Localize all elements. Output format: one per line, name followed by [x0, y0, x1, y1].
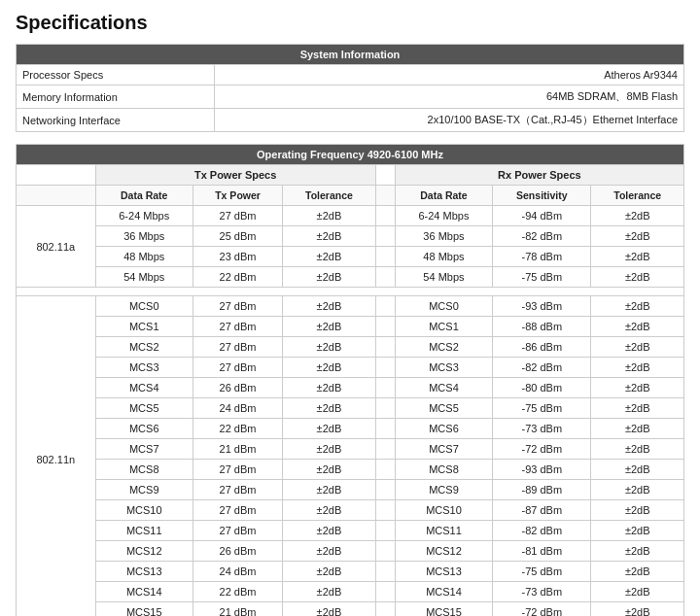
tx-tolerance: ±2dB — [283, 267, 376, 288]
freq-data-row: MCS12 26 dBm ±2dB MCS12 -81 dBm ±2dB — [17, 541, 684, 562]
rx-tolerance: ±2dB — [591, 419, 684, 439]
tx-rate: MCS7 — [95, 439, 192, 460]
tx-power: 25 dBm — [192, 226, 282, 247]
rx-sensitivity: -72 dBm — [493, 602, 591, 617]
system-info-row: Networking Interface 2x10/100 BASE-TX（Ca… — [17, 109, 684, 132]
divider-col — [375, 226, 395, 247]
tx-power: 24 dBm — [192, 398, 282, 419]
rx-sensitivity: -81 dBm — [493, 541, 591, 562]
rx-sensitivity: -86 dBm — [493, 337, 591, 358]
divider-col — [375, 602, 395, 617]
rx-power-header: Rx Power Specs — [395, 165, 683, 186]
rx-sensitivity: -80 dBm — [493, 378, 591, 398]
tx-power: 27 dBm — [192, 460, 282, 480]
tx-power: 21 dBm — [192, 602, 282, 617]
tx-power: 22 dBm — [192, 267, 282, 288]
freq-data-row: 36 Mbps 25 dBm ±2dB 36 Mbps -82 dBm ±2dB — [17, 226, 684, 247]
rx-tolerance: ±2dB — [591, 582, 684, 602]
rx-rate: MCS14 — [395, 582, 492, 602]
tx-rate: MCS0 — [95, 296, 192, 317]
tx-rate: 48 Mbps — [95, 247, 192, 267]
tx-tolerance: ±2dB — [283, 500, 376, 521]
tx-tolerance: ±2dB — [283, 480, 376, 500]
system-info-table: System Information Processor Specs Ather… — [16, 44, 684, 132]
tx-rate: MCS8 — [95, 460, 192, 480]
tx-tolerance: ±2dB — [283, 541, 376, 562]
rx-sensitivity: -75 dBm — [493, 267, 591, 288]
system-info-header: System Information — [17, 45, 684, 65]
system-info-label: Memory Information — [17, 86, 215, 109]
divider-col — [375, 439, 395, 460]
divider-col — [375, 358, 395, 378]
tx-tolerance: ±2dB — [283, 247, 376, 267]
rx-rate: MCS12 — [395, 541, 492, 562]
freq-data-row: MCS13 24 dBm ±2dB MCS13 -75 dBm ±2dB — [17, 562, 684, 582]
system-info-row: Processor Specs Atheros Ar9344 — [17, 65, 684, 86]
tx-tolerance: ±2dB — [283, 296, 376, 317]
tx-tolerance: ±2dB — [283, 378, 376, 398]
divider-col — [375, 500, 395, 521]
divider-col — [375, 460, 395, 480]
operating-freq-header: Operating Frequency 4920-6100 MHz — [17, 145, 684, 165]
rx-rate: MCS11 — [395, 521, 492, 541]
rx-rate: MCS5 — [395, 398, 492, 419]
divider-col — [375, 247, 395, 267]
tx-tolerance: ±2dB — [283, 398, 376, 419]
freq-data-row: MCS15 21 dBm ±2dB MCS15 -72 dBm ±2dB — [17, 602, 684, 617]
freq-data-row: MCS3 27 dBm ±2dB MCS3 -82 dBm ±2dB — [17, 358, 684, 378]
freq-data-row: MCS10 27 dBm ±2dB MCS10 -87 dBm ±2dB — [17, 500, 684, 521]
rx-tolerance: ±2dB — [591, 358, 684, 378]
rx-tolerance: ±2dB — [591, 296, 684, 317]
tx-power: 27 dBm — [192, 521, 282, 541]
tx-rate: 6-24 Mbps — [95, 206, 192, 226]
divider-col — [375, 562, 395, 582]
tx-rate: MCS4 — [95, 378, 192, 398]
rx-rate: 6-24 Mbps — [395, 206, 492, 226]
rx-tolerance: ±2dB — [591, 500, 684, 521]
tx-rate: MCS10 — [95, 500, 192, 521]
rx-rate: MCS1 — [395, 317, 492, 337]
divider-col — [375, 378, 395, 398]
divider-col — [375, 521, 395, 541]
rx-tolerance: ±2dB — [591, 541, 684, 562]
divider-col — [375, 582, 395, 602]
rx-rate: MCS10 — [395, 500, 492, 521]
tx-power: 26 dBm — [192, 378, 282, 398]
rx-sensitivity: -78 dBm — [493, 247, 591, 267]
spacer-row — [17, 288, 684, 296]
rx-tolerance: ±2dB — [591, 317, 684, 337]
tx-power: 22 dBm — [192, 582, 282, 602]
tx-power: 27 dBm — [192, 358, 282, 378]
rx-sensitivity: -82 dBm — [493, 521, 591, 541]
tx-tolerance: ±2dB — [283, 317, 376, 337]
freq-data-row: 54 Mbps 22 dBm ±2dB 54 Mbps -75 dBm ±2dB — [17, 267, 684, 288]
tx-rate: MCS5 — [95, 398, 192, 419]
rx-col-datarate: Data Rate — [395, 186, 492, 206]
rx-col-sensitivity: Sensitivity — [493, 186, 591, 206]
freq-data-row: MCS6 22 dBm ±2dB MCS6 -73 dBm ±2dB — [17, 419, 684, 439]
rx-tolerance: ±2dB — [591, 398, 684, 419]
freq-data-row: MCS2 27 dBm ±2dB MCS2 -86 dBm ±2dB — [17, 337, 684, 358]
system-info-value: 64MB SDRAM、8MB Flash — [214, 86, 683, 109]
tx-rate: MCS11 — [95, 521, 192, 541]
tx-tolerance: ±2dB — [283, 358, 376, 378]
freq-data-row: MCS8 27 dBm ±2dB MCS8 -93 dBm ±2dB — [17, 460, 684, 480]
freq-data-row: MCS4 26 dBm ±2dB MCS4 -80 dBm ±2dB — [17, 378, 684, 398]
rx-tolerance: ±2dB — [591, 206, 684, 226]
tx-tolerance: ±2dB — [283, 602, 376, 617]
tx-col-power: Tx Power — [192, 186, 282, 206]
tx-rate: 36 Mbps — [95, 226, 192, 247]
tx-rate: MCS3 — [95, 358, 192, 378]
rx-tolerance: ±2dB — [591, 562, 684, 582]
divider-col — [375, 206, 395, 226]
rx-tolerance: ±2dB — [591, 267, 684, 288]
rx-sensitivity: -89 dBm — [493, 480, 591, 500]
rx-sensitivity: -82 dBm — [493, 358, 591, 378]
tx-rate: MCS1 — [95, 317, 192, 337]
freq-data-row: MCS5 24 dBm ±2dB MCS5 -75 dBm ±2dB — [17, 398, 684, 419]
rx-rate: MCS9 — [395, 480, 492, 500]
system-info-row: Memory Information 64MB SDRAM、8MB Flash — [17, 86, 684, 109]
rx-rate: MCS15 — [395, 602, 492, 617]
rx-tolerance: ±2dB — [591, 521, 684, 541]
freq-data-row: MCS7 21 dBm ±2dB MCS7 -72 dBm ±2dB — [17, 439, 684, 460]
